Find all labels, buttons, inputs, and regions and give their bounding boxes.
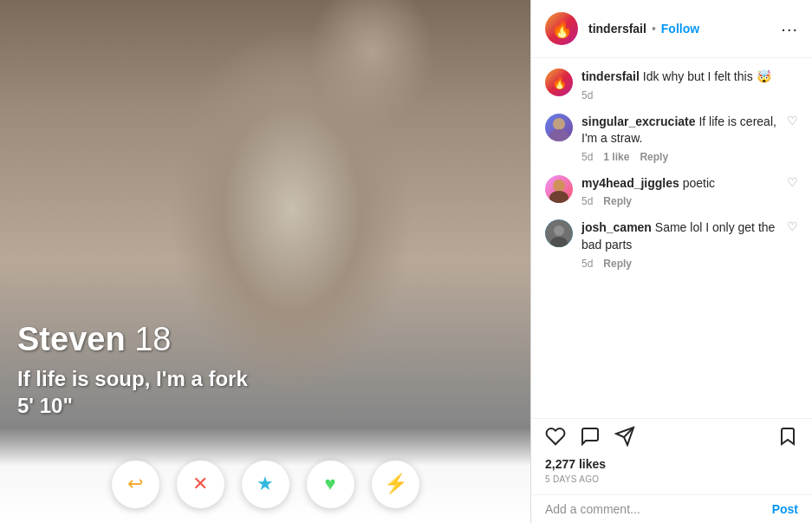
- follow-button[interactable]: Follow: [661, 22, 699, 36]
- comment-username-1[interactable]: singular_excruciate: [581, 114, 696, 128]
- likes-count: 2,277 likes: [545, 457, 798, 471]
- profile-name-age: Steven 18: [17, 321, 248, 358]
- caption-username[interactable]: tindersfail: [581, 69, 640, 83]
- comment-heart-1[interactable]: ♡: [787, 114, 798, 127]
- caption-avatar: 🔥: [545, 69, 573, 96]
- action-icons-row: [545, 426, 798, 450]
- comment-avatar-3: [545, 219, 573, 247]
- superlike-button[interactable]: ★: [242, 461, 289, 508]
- share-action-button[interactable]: [614, 426, 635, 450]
- svg-point-3: [549, 191, 568, 203]
- comment-input-row: Post: [531, 494, 812, 523]
- tinder-action-buttons: ↩ ✕ ★ ♥ ⚡: [0, 428, 530, 523]
- header-dot: •: [652, 22, 656, 36]
- comment-username-2[interactable]: my4head_jiggles: [581, 176, 679, 190]
- comment-likes-1: 1 like: [603, 151, 629, 163]
- profile-bio: If life is soup, I'm a fork 5' 10": [17, 365, 248, 419]
- actions-bar: 2,277 likes 5 DAYS AGO: [531, 418, 812, 494]
- comment-meta-3: 5d Reply: [581, 258, 778, 270]
- post-comment-button[interactable]: Post: [772, 502, 798, 516]
- caption-body: tindersfail Idk why but I felt this 🤯 5d: [581, 69, 798, 101]
- boost-button[interactable]: ⚡: [372, 461, 419, 508]
- header-username[interactable]: tindersfail: [588, 22, 646, 36]
- comment-text-3: josh_camen Same lol I only get the bad p…: [581, 219, 778, 253]
- comments-section: 🔥 tindersfail Idk why but I felt this 🤯 …: [531, 58, 812, 418]
- rewind-button[interactable]: ↩: [112, 461, 159, 508]
- comment-body-3: josh_camen Same lol I only get the bad p…: [581, 219, 778, 269]
- comment-heart-2[interactable]: ♡: [787, 175, 798, 189]
- caption-time: 5d: [581, 89, 593, 101]
- svg-point-0: [553, 118, 565, 130]
- comment-text-2: my4head_jiggles poetic: [581, 175, 778, 193]
- svg-point-1: [549, 129, 568, 141]
- profile-name: Steven: [17, 321, 126, 357]
- comment-item: singular_excruciate If life is cereal, I…: [545, 114, 798, 163]
- profile-age: 18: [134, 321, 171, 357]
- post-date: 5 DAYS AGO: [545, 474, 798, 484]
- header-avatar: 🔥: [545, 12, 578, 45]
- caption-item: 🔥 tindersfail Idk why but I felt this 🤯 …: [545, 69, 798, 101]
- comment-item: josh_camen Same lol I only get the bad p…: [545, 219, 798, 269]
- comment-avatar-1: [545, 114, 573, 141]
- caption-content: Idk why but I felt this 🤯: [643, 69, 771, 83]
- comment-username-3[interactable]: josh_camen: [581, 220, 652, 234]
- instagram-panel: 🔥 tindersfail • Follow ··· 🔥 tindersfail…: [530, 0, 812, 523]
- svg-point-2: [553, 180, 565, 192]
- comment-reply-2[interactable]: Reply: [603, 195, 632, 207]
- comment-input[interactable]: [545, 502, 763, 516]
- comment-content-2: poetic: [683, 176, 715, 190]
- comment-avatar-2: [545, 175, 573, 203]
- comment-text-1: singular_excruciate If life is cereal, I…: [581, 114, 778, 147]
- comment-meta-2: 5d Reply: [581, 195, 778, 207]
- bookmark-action-button[interactable]: [777, 426, 798, 450]
- more-options-button[interactable]: ···: [781, 19, 798, 39]
- tinder-overlay-text: Steven 18 If life is soup, I'm a fork 5'…: [17, 321, 248, 419]
- like-button[interactable]: ♥: [307, 461, 354, 508]
- comment-time-2: 5d: [581, 195, 593, 207]
- caption-meta: 5d: [581, 89, 798, 101]
- comment-action-button[interactable]: [580, 426, 601, 450]
- comment-meta-1: 5d 1 like Reply: [581, 151, 778, 163]
- comment-item: my4head_jiggles poetic 5d Reply ♡: [545, 175, 798, 208]
- comment-body-1: singular_excruciate If life is cereal, I…: [581, 114, 778, 163]
- like-action-button[interactable]: [545, 426, 566, 450]
- comment-time-3: 5d: [581, 258, 593, 270]
- comment-heart-3[interactable]: ♡: [787, 219, 798, 233]
- comment-reply-3[interactable]: Reply: [603, 258, 632, 270]
- comment-reply-1[interactable]: Reply: [640, 151, 668, 163]
- svg-point-5: [554, 226, 564, 236]
- comment-time-1: 5d: [581, 151, 593, 163]
- caption-flame-icon: 🔥: [552, 75, 567, 89]
- post-image: Steven 18 If life is soup, I'm a fork 5'…: [0, 0, 530, 523]
- comment-body-2: my4head_jiggles poetic 5d Reply: [581, 175, 778, 208]
- nope-button[interactable]: ✕: [177, 461, 224, 508]
- tinder-logo-icon: 🔥: [551, 18, 573, 39]
- caption-text: tindersfail Idk why but I felt this 🤯: [581, 69, 798, 86]
- post-header: 🔥 tindersfail • Follow ···: [531, 0, 812, 58]
